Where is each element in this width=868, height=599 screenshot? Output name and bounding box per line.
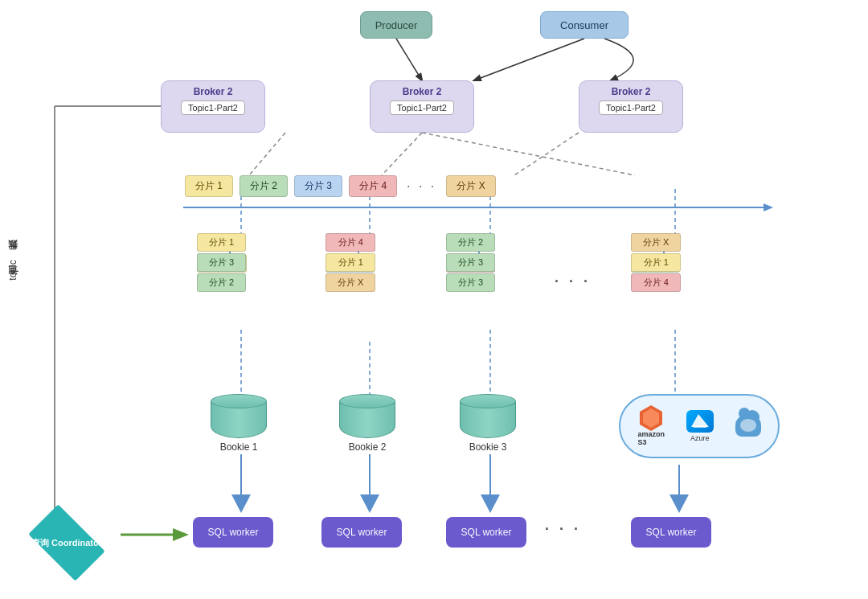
stack4-item1: 分片 X: [631, 233, 681, 252]
shard-dots: · · ·: [407, 179, 436, 194]
svg-rect-33: [694, 425, 706, 428]
azure-label: Azure: [690, 434, 710, 442]
bookie-2: Bookie 2: [339, 394, 395, 453]
svg-line-7: [422, 133, 635, 175]
svg-marker-25: [669, 494, 689, 513]
azure-icon: Azure: [686, 410, 714, 442]
coordinator: 查询 Coordinator: [23, 515, 111, 571]
svg-line-0: [396, 39, 422, 80]
shard-2: 分片 2: [240, 175, 288, 197]
stack2-item2: 分片 1: [326, 253, 375, 272]
shard-4: 分片 4: [349, 175, 397, 197]
broker-stack-2: 分片 4 分片 1 分片 X 分片 3: [326, 233, 375, 273]
broker-stack-1: 分片 1 分片 3 分片 2 分片 X: [197, 233, 247, 273]
diagram-container: 查询 topic 元数据 Producer Consumer Broker 2 …: [0, 0, 868, 599]
broker-center-label: Broker 2: [403, 86, 442, 97]
broker-stack-3: 分片 2 分片 3 分片 3 分片 4: [446, 233, 495, 273]
stack2-item3: 分片 X: [326, 273, 375, 292]
sql-worker-1: SQL worker: [193, 517, 273, 548]
sql-worker-4: SQL worker: [631, 517, 711, 548]
cloud-storage: amazonS3 Azure: [619, 394, 780, 458]
sql-worker-4-label: SQL worker: [646, 527, 697, 538]
coordinator-label: 查询 Coordinator: [31, 537, 102, 548]
svg-marker-22: [231, 494, 251, 513]
consumer-label: Consumer: [560, 19, 608, 31]
bookie-1: Bookie 1: [211, 394, 267, 453]
svg-marker-23: [360, 494, 379, 513]
shard-x: 分片 X: [446, 175, 495, 197]
bookie-3-label: Bookie 3: [469, 441, 507, 453]
svg-line-5: [382, 133, 422, 175]
azure-logo: [686, 410, 714, 433]
broker-left-topic: Topic1-Part2: [181, 101, 245, 115]
side-label: 查询 topic 元数据: [6, 257, 20, 283]
sql-worker-2: SQL worker: [321, 517, 402, 548]
broker-stack-4: 分片 X 分片 1 分片 4 分片 2: [631, 233, 680, 273]
stack2-item1: 分片 4: [326, 233, 375, 252]
shard-1: 分片 1: [185, 175, 233, 197]
consumer-box: Consumer: [540, 11, 628, 39]
sql-worker-2-label: SQL worker: [337, 527, 387, 538]
broker-right-topic: Topic1-Part2: [599, 101, 663, 115]
azure-shape: [691, 414, 709, 429]
aws-icon: [640, 405, 662, 431]
sql-worker-1-label: SQL worker: [208, 527, 259, 538]
svg-line-1: [474, 39, 584, 80]
stack3-item3: 分片 3: [446, 273, 495, 292]
amazon-label: amazonS3: [637, 431, 665, 447]
bookie-2-label: Bookie 2: [349, 441, 387, 453]
broker-left: Broker 2 Topic1-Part2: [161, 80, 265, 133]
svg-marker-32: [691, 414, 709, 427]
broker-right-label: Broker 2: [612, 86, 651, 97]
svg-line-4: [249, 133, 285, 175]
bookie-3: Bookie 3: [460, 394, 516, 453]
broker-center: Broker 2 Topic1-Part2: [370, 80, 474, 133]
shard-row: 分片 1 分片 2 分片 3 分片 4 · · · 分片 X: [185, 175, 496, 197]
svg-marker-24: [481, 494, 500, 513]
sql-worker-3-label: SQL worker: [461, 527, 512, 538]
amazon-s3-icon: amazonS3: [637, 405, 665, 447]
generic-cloud-icon: [735, 414, 761, 437]
stack4-item3: 分片 4: [631, 273, 681, 292]
sql-dots: · · ·: [545, 521, 581, 538]
stack3-item2: 分片 3: [446, 253, 495, 272]
sql-worker-3: SQL worker: [446, 517, 526, 548]
broker-center-topic: Topic1-Part2: [390, 101, 454, 115]
shard-3: 分片 3: [294, 175, 342, 197]
stack4-item2: 分片 1: [631, 253, 681, 272]
broker-left-label: Broker 2: [194, 86, 233, 97]
svg-marker-9: [764, 203, 773, 211]
stack1-item3: 分片 2: [197, 273, 246, 292]
svg-marker-27: [173, 528, 189, 541]
producer-box: Producer: [360, 11, 432, 39]
stack1-item1: 分片 1: [197, 233, 246, 252]
middle-dots: · · ·: [555, 273, 591, 290]
stack1-item2: 分片 3: [197, 253, 246, 272]
producer-label: Producer: [375, 19, 418, 31]
broker-right: Broker 2 Topic1-Part2: [579, 80, 683, 133]
stack3-item1: 分片 2: [446, 233, 495, 252]
svg-line-6: [514, 133, 579, 175]
bookie-1-label: Bookie 1: [220, 441, 258, 453]
